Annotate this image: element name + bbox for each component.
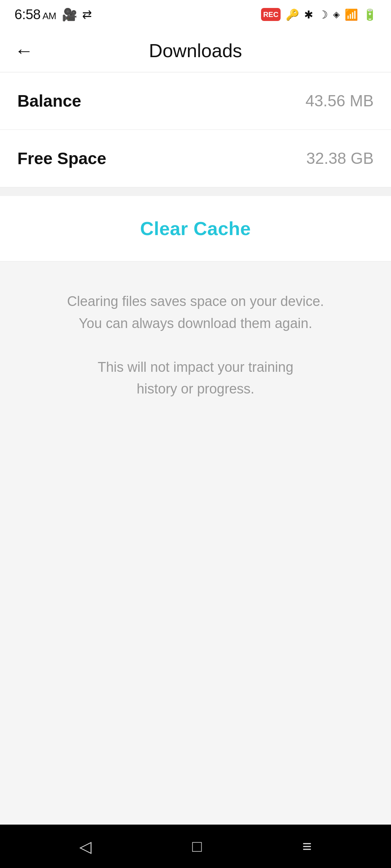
nav-back-icon: ◁	[79, 837, 92, 856]
balance-label: Balance	[17, 91, 81, 111]
page-title: Downloads	[149, 40, 242, 61]
bottom-nav: ◁ □ ≡	[0, 825, 391, 868]
balance-row: Balance 43.56 MB	[0, 72, 391, 130]
section-divider	[0, 187, 391, 196]
description-section: Clearing files saves space on your devic…	[0, 261, 391, 825]
key-icon: 🔑	[286, 8, 299, 21]
brightness-icon: ◈	[333, 9, 340, 20]
info-section: Balance 43.56 MB Free Space 32.38 GB	[0, 72, 391, 187]
balance-value: 43.56 MB	[306, 92, 374, 110]
status-icons-left: 🎥 ⇄	[62, 7, 92, 22]
nav-home-icon: □	[192, 837, 202, 855]
description-line2: This will not impact your traininghistor…	[98, 356, 294, 400]
nav-menu-icon: ≡	[302, 837, 312, 855]
back-button[interactable]: ←	[14, 41, 33, 60]
rec-icon: REC	[261, 8, 281, 21]
nav-menu-button[interactable]: ≡	[302, 837, 312, 855]
wifi-icon: 📶	[345, 8, 358, 21]
bluetooth-icon: ✱	[304, 8, 313, 21]
free-space-value: 32.38 GB	[306, 149, 374, 167]
moon-icon: ☽	[318, 8, 328, 21]
battery-icon: 🔋	[363, 8, 377, 21]
clear-cache-button[interactable]: Clear Cache	[140, 218, 251, 239]
status-time: 6:58 AM	[14, 7, 56, 22]
nav-back-button[interactable]: ◁	[79, 837, 92, 856]
status-bar-right: REC 🔑 ✱ ☽ ◈ 📶 🔋	[261, 8, 377, 21]
video-camera-icon: 🎥	[62, 7, 77, 22]
nav-bar: ← Downloads	[0, 29, 391, 72]
status-bar: 6:58 AM 🎥 ⇄ REC 🔑 ✱ ☽ ◈ 📶 🔋	[0, 0, 391, 29]
description-line1: Clearing files saves space on your devic…	[67, 290, 324, 335]
swap-icon: ⇄	[82, 8, 92, 21]
nav-home-button[interactable]: □	[192, 837, 202, 855]
status-bar-left: 6:58 AM 🎥 ⇄	[14, 7, 92, 22]
clear-cache-section: Clear Cache	[0, 196, 391, 261]
free-space-label: Free Space	[17, 149, 106, 168]
content-area: Balance 43.56 MB Free Space 32.38 GB Cle…	[0, 72, 391, 825]
free-space-row: Free Space 32.38 GB	[0, 130, 391, 187]
